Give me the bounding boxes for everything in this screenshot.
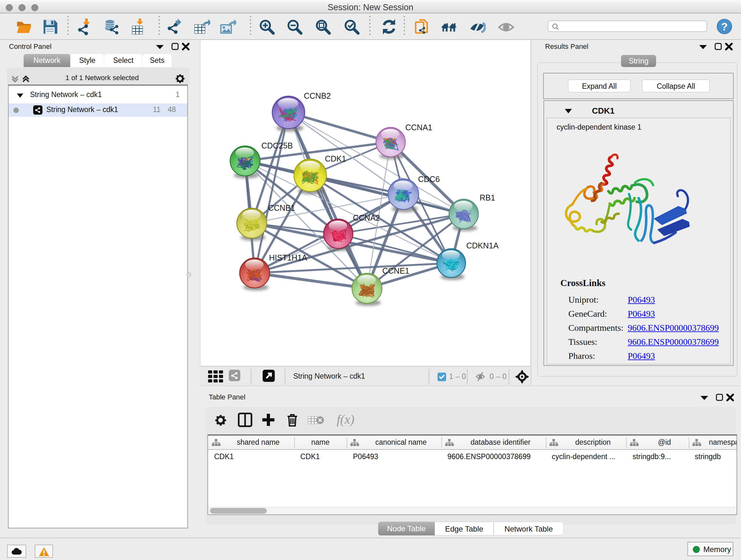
- svg-text:CCNA1: CCNA1: [405, 123, 432, 132]
- svg-text:CCNB1: CCNB1: [268, 203, 295, 212]
- svg-text:CDC25B: CDC25B: [261, 141, 293, 150]
- svg-text:HIST1H1A: HIST1H1A: [269, 253, 307, 262]
- svg-text:CCNE1: CCNE1: [382, 266, 409, 275]
- svg-text:CCNB2: CCNB2: [304, 91, 331, 100]
- svg-text:CDKN1A: CDKN1A: [466, 241, 499, 250]
- svg-text:CCNA2: CCNA2: [353, 213, 380, 222]
- svg-text:CDK1: CDK1: [325, 154, 346, 163]
- svg-text:CDC6: CDC6: [418, 175, 440, 184]
- svg-text:RB1: RB1: [480, 193, 495, 202]
